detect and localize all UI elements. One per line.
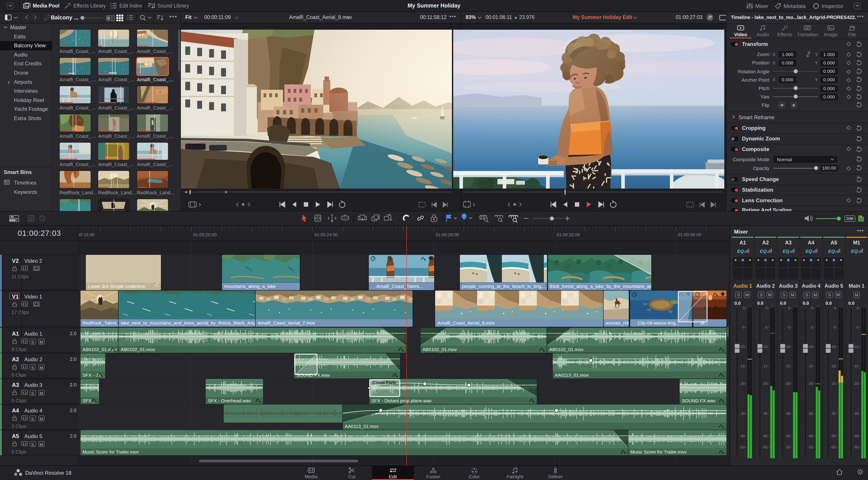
- svg-text:-5: -5: [856, 325, 859, 330]
- svg-text:-15: -15: [785, 364, 790, 368]
- svg-text:0: 0: [834, 306, 836, 310]
- svg-text:DIM: DIM: [846, 216, 853, 221]
- svg-text:0.0: 0.0: [735, 301, 741, 306]
- svg-text:-40: -40: [762, 434, 768, 438]
- svg-text:A4: A4: [808, 240, 814, 245]
- svg-text:0: 0: [788, 306, 790, 310]
- svg-text:-50: -50: [808, 445, 813, 449]
- svg-text:S: S: [737, 293, 740, 297]
- svg-text:0: 0: [811, 306, 813, 310]
- svg-text:0.0: 0.0: [848, 301, 855, 306]
- svg-text:EQ: EQ: [760, 249, 767, 254]
- svg-text:0.0: 0.0: [803, 301, 809, 306]
- svg-text:-5: -5: [742, 325, 745, 330]
- svg-text:-40: -40: [808, 434, 813, 438]
- svg-text:-50: -50: [853, 445, 859, 449]
- svg-text:0.0: 0.0: [826, 301, 832, 306]
- svg-text:Main 1: Main 1: [849, 283, 865, 289]
- svg-text:-50: -50: [785, 445, 790, 449]
- svg-text:-15: -15: [830, 364, 836, 368]
- svg-text:Audio 2: Audio 2: [756, 283, 775, 289]
- svg-text:-50: -50: [762, 445, 768, 449]
- svg-text:M1: M1: [853, 240, 860, 245]
- svg-text:S: S: [783, 293, 785, 297]
- svg-text:-30: -30: [739, 412, 745, 416]
- svg-text:-30: -30: [830, 412, 836, 416]
- svg-text:A5: A5: [831, 240, 837, 245]
- svg-text:-50: -50: [739, 445, 745, 449]
- svg-text:Audio 3: Audio 3: [779, 283, 798, 289]
- svg-text:-20: -20: [739, 381, 745, 386]
- svg-text:S: S: [805, 293, 808, 297]
- svg-text:-10: -10: [739, 345, 745, 349]
- svg-text:M: M: [836, 293, 840, 297]
- svg-text:-10: -10: [762, 345, 768, 349]
- svg-text:-20: -20: [853, 381, 859, 386]
- svg-text:S: S: [828, 293, 831, 297]
- svg-text:EQ: EQ: [737, 249, 744, 254]
- svg-text:-40: -40: [739, 434, 745, 438]
- svg-text:EQ: EQ: [783, 249, 789, 254]
- svg-text:M: M: [791, 293, 795, 297]
- svg-text:0: 0: [743, 306, 745, 310]
- svg-text:-30: -30: [785, 412, 790, 416]
- svg-text:-5: -5: [787, 325, 790, 330]
- svg-text:-20: -20: [808, 381, 813, 386]
- svg-text:0.0: 0.0: [757, 301, 764, 306]
- svg-text:-50: -50: [830, 445, 836, 449]
- svg-text:A3: A3: [785, 240, 792, 245]
- svg-text:-10: -10: [808, 345, 813, 349]
- svg-text:Audio 1: Audio 1: [733, 283, 752, 289]
- svg-text:-40: -40: [830, 434, 836, 438]
- svg-text:EQ: EQ: [828, 249, 835, 254]
- svg-text:-40: -40: [785, 434, 790, 438]
- svg-text:M: M: [855, 293, 859, 297]
- svg-text:-15: -15: [808, 364, 813, 368]
- svg-text:0: 0: [766, 306, 768, 310]
- svg-text:-30: -30: [808, 412, 813, 416]
- svg-text:-20: -20: [830, 381, 836, 386]
- svg-text:-10: -10: [853, 345, 859, 349]
- svg-text:0: 0: [857, 306, 859, 310]
- svg-text:-30: -30: [762, 412, 768, 416]
- svg-text:-10: -10: [785, 345, 790, 349]
- svg-text:-5: -5: [764, 325, 768, 330]
- svg-text:A2: A2: [762, 240, 769, 245]
- svg-text:Audio 5: Audio 5: [825, 283, 843, 289]
- svg-text:-5: -5: [810, 325, 813, 330]
- svg-text:0.0: 0.0: [780, 301, 786, 306]
- svg-text:-20: -20: [762, 381, 768, 386]
- svg-text:-5: -5: [833, 325, 836, 330]
- svg-text:A1: A1: [740, 240, 746, 245]
- svg-text:M: M: [745, 293, 749, 297]
- svg-text:-20: -20: [785, 381, 790, 386]
- svg-text:S: S: [760, 293, 763, 297]
- svg-text:M: M: [768, 293, 772, 297]
- svg-text:-30: -30: [853, 412, 859, 416]
- svg-text:EQ: EQ: [851, 249, 858, 254]
- svg-text:-40: -40: [853, 434, 859, 438]
- svg-text:-15: -15: [853, 364, 859, 368]
- svg-text:EQ: EQ: [805, 249, 812, 254]
- svg-text:-15: -15: [762, 364, 768, 368]
- svg-text:Audio 4: Audio 4: [802, 283, 820, 289]
- svg-text:-10: -10: [830, 345, 836, 349]
- svg-text:-15: -15: [739, 364, 745, 368]
- svg-text:M: M: [814, 293, 817, 297]
